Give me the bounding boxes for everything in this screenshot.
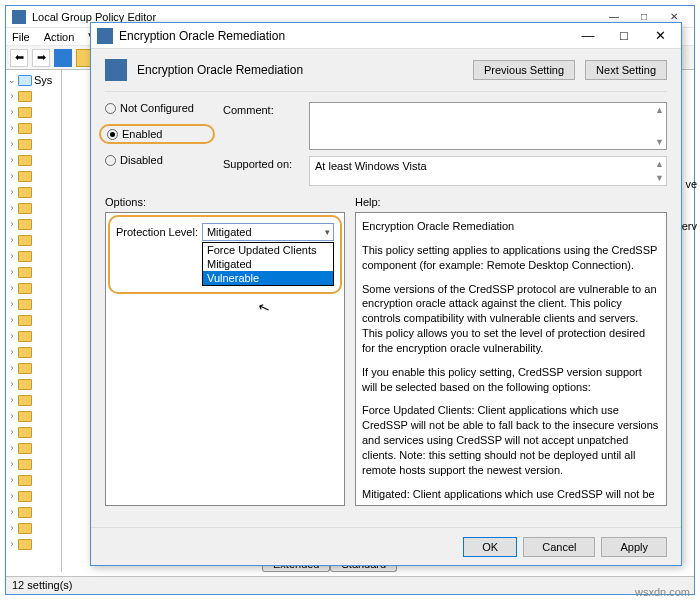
obscured-text: ve <box>685 178 697 190</box>
folder-icon <box>18 427 32 438</box>
radio-enabled[interactable]: Enabled <box>107 128 207 140</box>
obscured-text: erv <box>682 220 697 232</box>
policy-dialog: Encryption Oracle Remediation — □ ✕ Encr… <box>90 22 682 566</box>
folder-icon <box>18 299 32 310</box>
menu-file[interactable]: File <box>12 31 30 43</box>
folder-icon <box>18 523 32 534</box>
supported-on-value: At least Windows Vista▲▼ <box>309 156 667 186</box>
protection-level-label: Protection Level: <box>116 226 198 238</box>
scroll-up-icon[interactable]: ▲ <box>655 159 664 169</box>
folder-icon <box>18 459 32 470</box>
dropdown-item-force-updated[interactable]: Force Updated Clients <box>203 243 333 257</box>
dialog-minimize-button[interactable]: — <box>573 28 603 43</box>
dialog-title-text: Encryption Oracle Remediation <box>119 29 573 43</box>
dialog-close-button[interactable]: ✕ <box>645 28 675 43</box>
folder-icon <box>18 267 32 278</box>
folder-icon <box>18 155 32 166</box>
help-text: Encryption Oracle Remediation <box>362 219 660 234</box>
options-panel: Protection Level: Mitigated▾ Force Updat… <box>105 212 345 506</box>
previous-setting-button[interactable]: Previous Setting <box>473 60 575 80</box>
status-bar: 12 setting(s) <box>6 576 694 594</box>
radio-disabled[interactable]: Disabled <box>105 154 215 166</box>
comment-label: Comment: <box>223 102 303 116</box>
folder-icon <box>18 331 32 342</box>
help-text: Mitigated: Client applications which use… <box>362 487 660 506</box>
chevron-down-icon: ▾ <box>325 227 330 237</box>
folder-icon <box>18 507 32 518</box>
folder-icon <box>18 107 32 118</box>
folder-icon <box>18 283 32 294</box>
tree-node[interactable]: Sys <box>34 74 52 86</box>
folder-icon <box>18 251 32 262</box>
policy-icon <box>105 59 127 81</box>
tree-pane[interactable]: ⌄Sys › › › › › › › › › › › › › › › › › ›… <box>6 70 62 572</box>
folder-icon <box>18 315 32 326</box>
help-label: Help: <box>355 196 667 208</box>
dialog-icon <box>97 28 113 44</box>
folder-icon <box>18 139 32 150</box>
scroll-down-icon[interactable]: ▼ <box>655 173 664 183</box>
dialog-titlebar: Encryption Oracle Remediation — □ ✕ <box>91 23 681 49</box>
folder-icon <box>18 91 32 102</box>
radio-label: Not Configured <box>120 102 194 114</box>
menu-action[interactable]: Action <box>44 31 75 43</box>
folder-icon <box>18 347 32 358</box>
help-panel: Encryption Oracle Remediation This polic… <box>355 212 667 506</box>
forward-icon[interactable]: ➡ <box>32 49 50 67</box>
help-text: Some versions of the CredSSP protocol ar… <box>362 282 660 356</box>
folder-icon <box>18 411 32 422</box>
dialog-footer: OK Cancel Apply <box>91 527 681 565</box>
scroll-down-icon[interactable]: ▼ <box>655 137 664 147</box>
cancel-button[interactable]: Cancel <box>523 537 595 557</box>
dropdown-item-mitigated[interactable]: Mitigated <box>203 257 333 271</box>
scroll-up-icon[interactable]: ▲ <box>655 105 664 115</box>
folder-icon <box>18 75 32 86</box>
radio-icon <box>105 103 116 114</box>
supported-label: Supported on: <box>223 156 303 170</box>
toolbar-icon[interactable] <box>54 49 72 67</box>
folder-icon <box>18 491 32 502</box>
folder-icon <box>18 539 32 550</box>
folder-icon <box>18 235 32 246</box>
main-title-text: Local Group Policy Editor <box>32 11 600 23</box>
dialog-maximize-button[interactable]: □ <box>609 28 639 43</box>
apply-button[interactable]: Apply <box>601 537 667 557</box>
help-text: If you enable this policy setting, CredS… <box>362 365 660 395</box>
folder-icon <box>18 219 32 230</box>
folder-icon <box>18 187 32 198</box>
dropdown-item-vulnerable[interactable]: Vulnerable <box>203 271 333 285</box>
protection-level-dropdown: Force Updated Clients Mitigated Vulnerab… <box>202 242 334 286</box>
help-text: Force Updated Clients: Client applicatio… <box>362 403 660 477</box>
radio-label: Disabled <box>120 154 163 166</box>
options-label: Options: <box>105 196 345 208</box>
folder-icon <box>18 203 32 214</box>
radio-not-configured[interactable]: Not Configured <box>105 102 215 114</box>
folder-icon <box>18 475 32 486</box>
ok-button[interactable]: OK <box>463 537 517 557</box>
app-icon <box>12 10 26 24</box>
help-text: This policy setting applies to applicati… <box>362 243 660 273</box>
policy-heading: Encryption Oracle Remediation <box>137 63 463 77</box>
protection-level-combobox[interactable]: Mitigated▾ <box>202 223 334 241</box>
folder-icon <box>18 123 32 134</box>
folder-icon <box>18 443 32 454</box>
next-setting-button[interactable]: Next Setting <box>585 60 667 80</box>
back-icon[interactable]: ⬅ <box>10 49 28 67</box>
source-url: wsxdn.com <box>635 586 690 598</box>
radio-label: Enabled <box>122 128 162 140</box>
cursor-icon: ↖ <box>256 297 273 316</box>
folder-icon <box>18 395 32 406</box>
folder-icon <box>18 379 32 390</box>
folder-icon <box>18 363 32 374</box>
radio-icon <box>105 155 116 166</box>
folder-icon <box>18 171 32 182</box>
comment-input[interactable]: ▲▼ <box>309 102 667 150</box>
radio-icon <box>107 129 118 140</box>
